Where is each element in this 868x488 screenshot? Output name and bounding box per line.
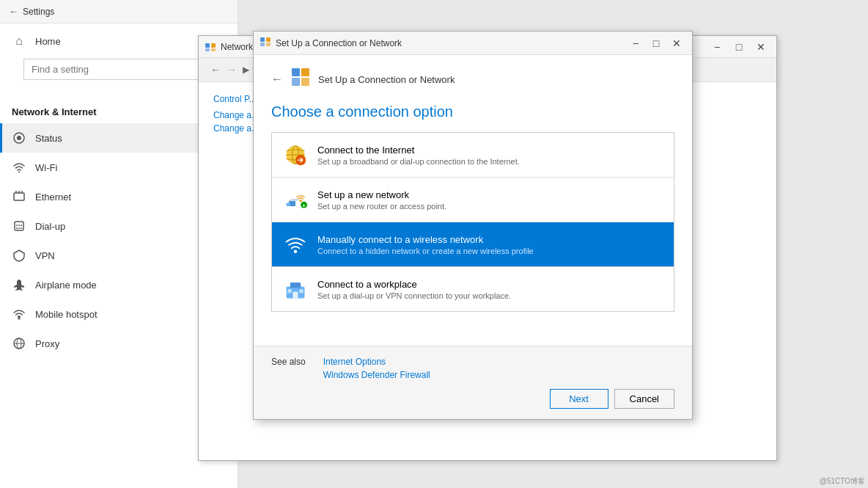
ethernet-label: Ethernet — [35, 192, 71, 203]
svg-rect-19 — [211, 43, 216, 48]
option-internet-desc: Set up a broadband or dial-up connection… — [317, 157, 520, 166]
wifi-icon — [12, 160, 26, 175]
svg-point-12 — [18, 227, 20, 229]
svg-point-14 — [18, 316, 21, 318]
svg-rect-20 — [205, 48, 210, 51]
svg-point-2 — [18, 172, 20, 173]
option-new-network[interactable]: + Set up a new network Set up a new rout… — [272, 178, 674, 222]
svg-rect-27 — [301, 68, 309, 76]
option-network-title: Set up a new network — [317, 189, 446, 200]
svg-rect-36 — [293, 199, 298, 201]
watermark: @51CTO博客 — [820, 476, 865, 487]
svg-point-8 — [16, 225, 18, 226]
wizard-maximize-btn[interactable]: □ — [647, 35, 666, 51]
proxy-icon — [12, 336, 26, 351]
nsc-maximize-btn[interactable]: □ — [729, 40, 749, 54]
option-workplace-icon — [282, 276, 309, 302]
vpn-icon — [12, 248, 26, 263]
options-list: Connect to the Internet Set up a broadba… — [271, 132, 674, 312]
option-network-text: Set up a new network Set up a new router… — [317, 189, 446, 211]
svg-rect-21 — [211, 48, 216, 51]
svg-rect-24 — [260, 43, 265, 46]
nsc-nav-arrow: ▶ — [243, 65, 249, 75]
vpn-label: VPN — [35, 250, 55, 261]
status-icon — [12, 131, 26, 145]
airplane-label: Airplane mode — [35, 280, 97, 291]
proxy-label: Proxy — [35, 338, 59, 349]
dialup-icon — [12, 219, 26, 233]
nsc-forward-btn[interactable]: → — [227, 64, 237, 76]
svg-rect-45 — [299, 289, 303, 293]
ethernet-icon — [12, 189, 26, 204]
option-internet-icon — [282, 142, 309, 168]
wizard-header-icon — [290, 67, 311, 92]
nsc-title-icon — [205, 41, 216, 53]
option-internet-text: Connect to the Internet Set up a broadba… — [317, 145, 520, 166]
option-wireless-desc: Connect to a hidden network or create a … — [317, 247, 534, 255]
wizard-header: ← Set Up a Connection or Network — [254, 55, 692, 101]
wizard-page-title: Choose a connection option — [254, 101, 692, 132]
wizard-title-icon — [260, 36, 271, 50]
svg-rect-42 — [290, 283, 301, 288]
footer-see-also-section: See also Internet Options Windows Defend… — [271, 357, 674, 380]
wizard-options-container: Connect to the Internet Set up a broadba… — [254, 132, 692, 346]
next-button[interactable]: Next — [550, 389, 608, 409]
internet-options-link[interactable]: Internet Options — [323, 357, 430, 367]
option-wireless[interactable]: Manually connect to a wireless network C… — [272, 222, 674, 267]
svg-rect-22 — [260, 37, 265, 42]
search-input[interactable] — [23, 59, 214, 80]
wizard-dialog: Set Up a Connection or Network − □ ✕ ← S… — [253, 31, 693, 420]
settings-titlebar: ← Settings — [0, 0, 238, 23]
wifi-label: Wi-Fi — [35, 162, 57, 173]
svg-point-37 — [299, 200, 302, 203]
option-internet-title: Connect to the Internet — [317, 145, 520, 156]
settings-title: Settings — [23, 7, 54, 17]
home-icon: ⌂ — [12, 34, 26, 48]
wizard-minimize-btn[interactable]: − — [626, 35, 645, 51]
option-workplace-text: Connect to a workplace Set up a dial-up … — [317, 279, 511, 300]
svg-rect-23 — [266, 37, 271, 42]
footer-links: Internet Options Windows Defender Firewa… — [323, 357, 430, 380]
svg-rect-18 — [205, 43, 210, 48]
wizard-titlebar: Set Up a Connection or Network − □ ✕ — [254, 32, 692, 55]
svg-point-1 — [17, 136, 21, 140]
wizard-window-controls: − □ ✕ — [626, 35, 686, 51]
wizard-footer: See also Internet Options Windows Defend… — [254, 346, 692, 419]
wizard-header-title: Set Up a Connection or Network — [318, 74, 455, 85]
option-network-icon: + — [282, 186, 309, 213]
footer-buttons: Next Cancel — [271, 386, 674, 409]
svg-text:+: + — [302, 203, 306, 209]
dialup-label: Dial-up — [35, 221, 65, 232]
settings-back-icon[interactable]: ← — [9, 6, 18, 17]
option-network-desc: Set up a new router or access point. — [317, 202, 446, 211]
nsc-back-btn[interactable]: ← — [210, 64, 221, 76]
svg-point-11 — [16, 227, 18, 229]
home-label: Home — [35, 36, 61, 47]
firewall-link[interactable]: Windows Defender Firewall — [323, 370, 430, 380]
cancel-button[interactable]: Cancel — [614, 389, 674, 409]
wizard-close-btn[interactable]: ✕ — [667, 35, 686, 51]
nsc-window-controls: − □ ✕ — [707, 40, 770, 54]
svg-point-10 — [21, 225, 22, 226]
svg-rect-29 — [301, 78, 309, 86]
wizard-back-btn[interactable]: ← — [271, 73, 283, 86]
svg-rect-25 — [266, 43, 271, 46]
svg-rect-26 — [292, 68, 300, 76]
see-also-label: See also — [271, 357, 306, 367]
option-workplace-title: Connect to a workplace — [317, 279, 511, 290]
nsc-close-btn[interactable]: ✕ — [751, 40, 770, 54]
svg-rect-44 — [287, 289, 291, 293]
svg-rect-28 — [292, 78, 300, 86]
nsc-minimize-btn[interactable]: − — [707, 40, 727, 54]
option-wireless-title: Manually connect to a wireless network — [317, 234, 534, 245]
option-workplace[interactable]: Connect to a workplace Set up a dial-up … — [272, 267, 674, 311]
svg-point-9 — [18, 225, 20, 226]
hotspot-label: Mobile hotspot — [35, 309, 98, 320]
svg-point-13 — [21, 227, 22, 229]
status-label: Status — [35, 133, 62, 144]
option-internet[interactable]: Connect to the Internet Set up a broadba… — [272, 133, 674, 178]
wizard-title: Set Up a Connection or Network — [276, 38, 626, 48]
airplane-icon — [12, 277, 26, 292]
svg-rect-43 — [293, 292, 298, 299]
option-wireless-text: Manually connect to a wireless network C… — [317, 234, 534, 255]
